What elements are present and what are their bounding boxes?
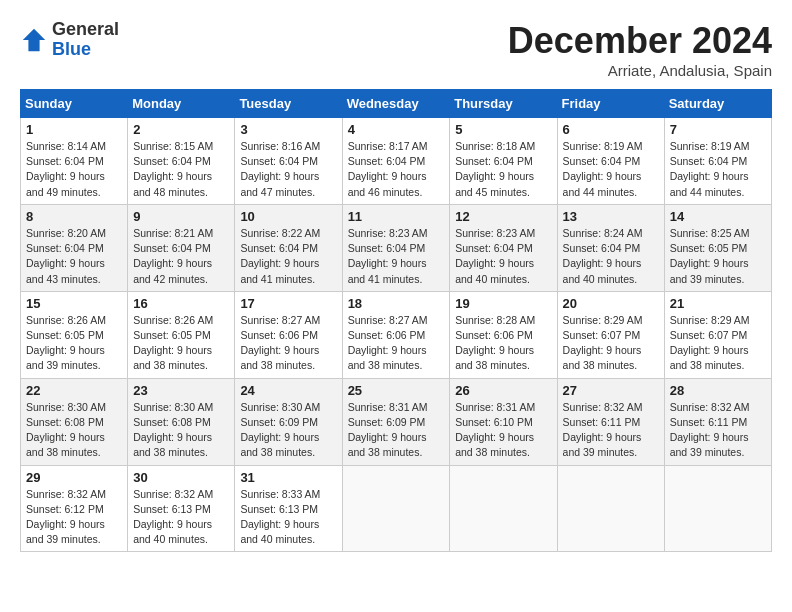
day-info: Sunrise: 8:18 AM Sunset: 6:04 PM Dayligh… <box>455 139 551 200</box>
day-info: Sunrise: 8:25 AM Sunset: 6:05 PM Dayligh… <box>670 226 766 287</box>
day-info: Sunrise: 8:31 AM Sunset: 6:09 PM Dayligh… <box>348 400 445 461</box>
day-info: Sunrise: 8:23 AM Sunset: 6:04 PM Dayligh… <box>348 226 445 287</box>
calendar-cell: 17Sunrise: 8:27 AM Sunset: 6:06 PM Dayli… <box>235 291 342 378</box>
calendar-cell: 14Sunrise: 8:25 AM Sunset: 6:05 PM Dayli… <box>664 204 771 291</box>
logo-blue: Blue <box>52 39 91 59</box>
calendar-cell: 8Sunrise: 8:20 AM Sunset: 6:04 PM Daylig… <box>21 204 128 291</box>
day-info: Sunrise: 8:29 AM Sunset: 6:07 PM Dayligh… <box>670 313 766 374</box>
weekday-header: Thursday <box>450 90 557 118</box>
calendar-cell: 22Sunrise: 8:30 AM Sunset: 6:08 PM Dayli… <box>21 378 128 465</box>
calendar-week-row: 1Sunrise: 8:14 AM Sunset: 6:04 PM Daylig… <box>21 118 772 205</box>
day-info: Sunrise: 8:30 AM Sunset: 6:08 PM Dayligh… <box>26 400 122 461</box>
day-number: 15 <box>26 296 122 311</box>
calendar-cell <box>557 465 664 552</box>
calendar-cell: 20Sunrise: 8:29 AM Sunset: 6:07 PM Dayli… <box>557 291 664 378</box>
calendar-cell: 25Sunrise: 8:31 AM Sunset: 6:09 PM Dayli… <box>342 378 450 465</box>
day-number: 2 <box>133 122 229 137</box>
calendar-cell: 7Sunrise: 8:19 AM Sunset: 6:04 PM Daylig… <box>664 118 771 205</box>
day-number: 29 <box>26 470 122 485</box>
calendar-cell: 23Sunrise: 8:30 AM Sunset: 6:08 PM Dayli… <box>128 378 235 465</box>
day-number: 4 <box>348 122 445 137</box>
day-info: Sunrise: 8:24 AM Sunset: 6:04 PM Dayligh… <box>563 226 659 287</box>
calendar-cell <box>450 465 557 552</box>
weekday-header: Monday <box>128 90 235 118</box>
day-info: Sunrise: 8:31 AM Sunset: 6:10 PM Dayligh… <box>455 400 551 461</box>
day-number: 14 <box>670 209 766 224</box>
day-info: Sunrise: 8:30 AM Sunset: 6:08 PM Dayligh… <box>133 400 229 461</box>
calendar-cell: 11Sunrise: 8:23 AM Sunset: 6:04 PM Dayli… <box>342 204 450 291</box>
day-number: 19 <box>455 296 551 311</box>
day-info: Sunrise: 8:14 AM Sunset: 6:04 PM Dayligh… <box>26 139 122 200</box>
logo-icon <box>20 26 48 54</box>
day-info: Sunrise: 8:32 AM Sunset: 6:13 PM Dayligh… <box>133 487 229 548</box>
calendar-cell: 10Sunrise: 8:22 AM Sunset: 6:04 PM Dayli… <box>235 204 342 291</box>
calendar-cell: 15Sunrise: 8:26 AM Sunset: 6:05 PM Dayli… <box>21 291 128 378</box>
day-number: 11 <box>348 209 445 224</box>
day-info: Sunrise: 8:19 AM Sunset: 6:04 PM Dayligh… <box>670 139 766 200</box>
day-number: 5 <box>455 122 551 137</box>
calendar-cell: 12Sunrise: 8:23 AM Sunset: 6:04 PM Dayli… <box>450 204 557 291</box>
day-number: 20 <box>563 296 659 311</box>
day-info: Sunrise: 8:32 AM Sunset: 6:12 PM Dayligh… <box>26 487 122 548</box>
day-number: 22 <box>26 383 122 398</box>
day-number: 6 <box>563 122 659 137</box>
day-info: Sunrise: 8:27 AM Sunset: 6:06 PM Dayligh… <box>240 313 336 374</box>
day-number: 13 <box>563 209 659 224</box>
day-info: Sunrise: 8:26 AM Sunset: 6:05 PM Dayligh… <box>26 313 122 374</box>
day-info: Sunrise: 8:32 AM Sunset: 6:11 PM Dayligh… <box>563 400 659 461</box>
calendar-week-row: 15Sunrise: 8:26 AM Sunset: 6:05 PM Dayli… <box>21 291 772 378</box>
weekday-header: Saturday <box>664 90 771 118</box>
day-number: 17 <box>240 296 336 311</box>
weekday-header: Friday <box>557 90 664 118</box>
svg-marker-0 <box>23 29 45 51</box>
calendar-cell: 1Sunrise: 8:14 AM Sunset: 6:04 PM Daylig… <box>21 118 128 205</box>
day-info: Sunrise: 8:33 AM Sunset: 6:13 PM Dayligh… <box>240 487 336 548</box>
location: Arriate, Andalusia, Spain <box>508 62 772 79</box>
calendar-cell: 29Sunrise: 8:32 AM Sunset: 6:12 PM Dayli… <box>21 465 128 552</box>
day-number: 24 <box>240 383 336 398</box>
calendar-week-row: 29Sunrise: 8:32 AM Sunset: 6:12 PM Dayli… <box>21 465 772 552</box>
calendar-week-row: 8Sunrise: 8:20 AM Sunset: 6:04 PM Daylig… <box>21 204 772 291</box>
logo-general: General <box>52 19 119 39</box>
day-info: Sunrise: 8:17 AM Sunset: 6:04 PM Dayligh… <box>348 139 445 200</box>
day-info: Sunrise: 8:29 AM Sunset: 6:07 PM Dayligh… <box>563 313 659 374</box>
day-info: Sunrise: 8:20 AM Sunset: 6:04 PM Dayligh… <box>26 226 122 287</box>
day-info: Sunrise: 8:22 AM Sunset: 6:04 PM Dayligh… <box>240 226 336 287</box>
day-info: Sunrise: 8:32 AM Sunset: 6:11 PM Dayligh… <box>670 400 766 461</box>
day-info: Sunrise: 8:26 AM Sunset: 6:05 PM Dayligh… <box>133 313 229 374</box>
day-info: Sunrise: 8:15 AM Sunset: 6:04 PM Dayligh… <box>133 139 229 200</box>
day-number: 26 <box>455 383 551 398</box>
calendar-cell: 24Sunrise: 8:30 AM Sunset: 6:09 PM Dayli… <box>235 378 342 465</box>
calendar-cell: 26Sunrise: 8:31 AM Sunset: 6:10 PM Dayli… <box>450 378 557 465</box>
calendar-table: SundayMondayTuesdayWednesdayThursdayFrid… <box>20 89 772 552</box>
day-number: 7 <box>670 122 766 137</box>
day-info: Sunrise: 8:23 AM Sunset: 6:04 PM Dayligh… <box>455 226 551 287</box>
month-title: December 2024 <box>508 20 772 62</box>
day-number: 30 <box>133 470 229 485</box>
title-area: December 2024 Arriate, Andalusia, Spain <box>508 20 772 79</box>
day-info: Sunrise: 8:28 AM Sunset: 6:06 PM Dayligh… <box>455 313 551 374</box>
calendar-cell: 19Sunrise: 8:28 AM Sunset: 6:06 PM Dayli… <box>450 291 557 378</box>
calendar-cell: 9Sunrise: 8:21 AM Sunset: 6:04 PM Daylig… <box>128 204 235 291</box>
day-number: 16 <box>133 296 229 311</box>
calendar-cell: 16Sunrise: 8:26 AM Sunset: 6:05 PM Dayli… <box>128 291 235 378</box>
day-number: 25 <box>348 383 445 398</box>
calendar-cell: 31Sunrise: 8:33 AM Sunset: 6:13 PM Dayli… <box>235 465 342 552</box>
day-number: 12 <box>455 209 551 224</box>
calendar-cell: 18Sunrise: 8:27 AM Sunset: 6:06 PM Dayli… <box>342 291 450 378</box>
calendar-week-row: 22Sunrise: 8:30 AM Sunset: 6:08 PM Dayli… <box>21 378 772 465</box>
day-number: 8 <box>26 209 122 224</box>
day-number: 23 <box>133 383 229 398</box>
day-number: 27 <box>563 383 659 398</box>
calendar-body: 1Sunrise: 8:14 AM Sunset: 6:04 PM Daylig… <box>21 118 772 552</box>
day-info: Sunrise: 8:19 AM Sunset: 6:04 PM Dayligh… <box>563 139 659 200</box>
day-number: 18 <box>348 296 445 311</box>
calendar-cell: 3Sunrise: 8:16 AM Sunset: 6:04 PM Daylig… <box>235 118 342 205</box>
header: General Blue December 2024 Arriate, Anda… <box>20 20 772 79</box>
day-info: Sunrise: 8:16 AM Sunset: 6:04 PM Dayligh… <box>240 139 336 200</box>
weekday-header: Wednesday <box>342 90 450 118</box>
day-number: 21 <box>670 296 766 311</box>
day-number: 10 <box>240 209 336 224</box>
day-number: 1 <box>26 122 122 137</box>
weekday-header: Sunday <box>21 90 128 118</box>
